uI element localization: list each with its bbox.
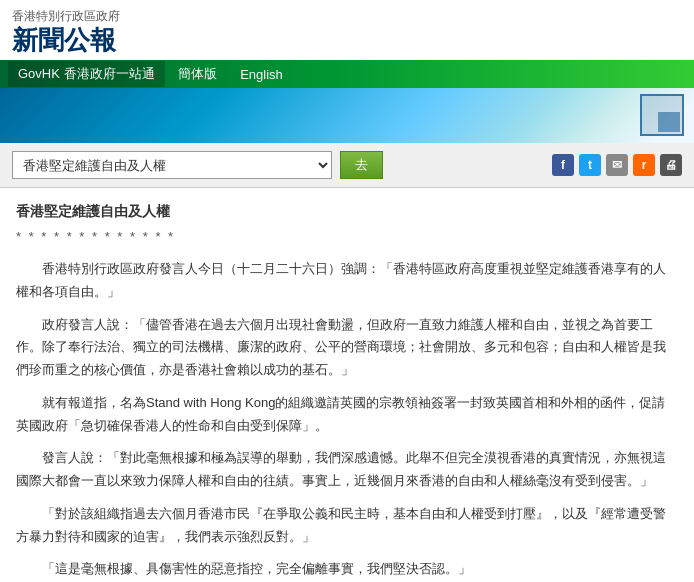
article-paragraph: 發言人說：「對此毫無根據和極為誤導的舉動，我們深感遺憾。此舉不但完全漠視香港的真… bbox=[16, 447, 678, 493]
page-title: 新聞公報 bbox=[12, 25, 682, 56]
banner-box-outer bbox=[640, 94, 684, 136]
gov-label: 香港特別行政區政府 bbox=[12, 8, 682, 25]
twitter-icon[interactable]: t bbox=[579, 154, 601, 176]
banner-box-inner bbox=[658, 112, 680, 132]
article-paragraph: 政府發言人說：「儘管香港在過去六個月出現社會動盪，但政府一直致力維護人權和自由，… bbox=[16, 314, 678, 382]
go-button[interactable]: 去 bbox=[340, 151, 383, 179]
article-content: 香港堅定維護自由及人權 * * * * * * * * * * * * * 香港… bbox=[0, 188, 694, 582]
nav-bar: GovHK 香港政府一站通 簡体版 English bbox=[0, 60, 694, 88]
rss-icon[interactable]: r bbox=[633, 154, 655, 176]
social-icons-group: f t ✉ r 🖨 bbox=[552, 154, 682, 176]
banner-logo bbox=[640, 94, 684, 136]
article-body: 香港特別行政區政府發言人今日（十二月二十六日）強調：「香港特區政府高度重視並堅定… bbox=[16, 258, 678, 582]
article-title: 香港堅定維護自由及人權 bbox=[16, 200, 678, 224]
article-paragraph: 香港特別行政區政府發言人今日（十二月二十六日）強調：「香港特區政府高度重視並堅定… bbox=[16, 258, 678, 304]
nav-item-govhk[interactable]: GovHK 香港政府一站通 bbox=[8, 61, 165, 87]
print-icon[interactable]: 🖨 bbox=[660, 154, 682, 176]
nav-item-english[interactable]: English bbox=[230, 63, 293, 86]
facebook-icon[interactable]: f bbox=[552, 154, 574, 176]
banner bbox=[0, 88, 694, 143]
toolbar: 香港堅定維護自由及人權 去 f t ✉ r 🖨 bbox=[0, 143, 694, 188]
email-icon[interactable]: ✉ bbox=[606, 154, 628, 176]
article-selector[interactable]: 香港堅定維護自由及人權 bbox=[12, 151, 332, 179]
nav-item-simplified[interactable]: 簡体版 bbox=[168, 61, 227, 87]
article-paragraph: 就有報道指，名為Stand with Hong Kong的組織邀請英國的宗教領袖… bbox=[16, 392, 678, 438]
article-stars: * * * * * * * * * * * * * bbox=[16, 226, 678, 248]
article-paragraph: 「這是毫無根據、具傷害性的惡意指控，完全偏離事實，我們堅決否認。」 bbox=[16, 558, 678, 581]
article-paragraph: 「對於該組織指過去六個月香港市民『在爭取公義和民主時，基本自由和人權受到打壓』，… bbox=[16, 503, 678, 549]
page-header: 香港特別行政區政府 新聞公報 bbox=[0, 0, 694, 60]
